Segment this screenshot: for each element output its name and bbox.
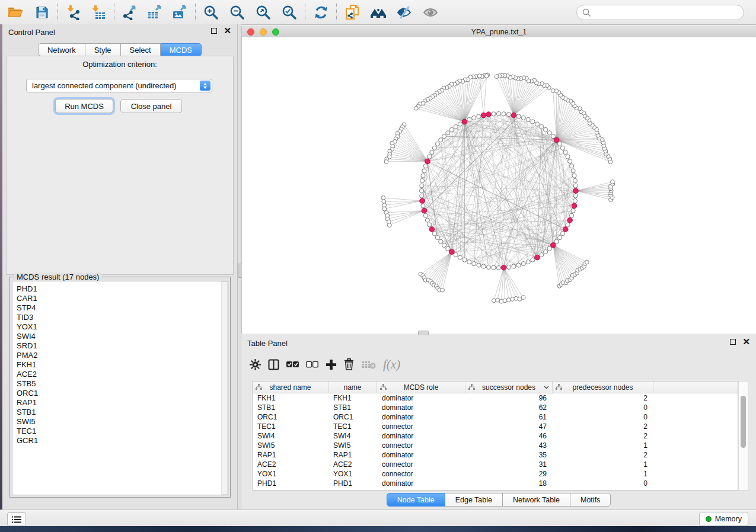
criterion-dropdown[interactable]: largest connected component (undirected) (26, 79, 212, 92)
export-image-button[interactable] (170, 3, 190, 22)
mcds-node-item[interactable]: RAP1 (12, 398, 228, 408)
export-table-button[interactable] (145, 3, 165, 22)
window-close-button[interactable] (247, 28, 254, 36)
import-network-button[interactable] (63, 3, 84, 22)
search-box[interactable] (576, 5, 744, 20)
table-row[interactable]: ORC1ORC1dominator610 (253, 412, 738, 422)
column-header-shared-name[interactable]: shared name (253, 382, 328, 393)
tab-network[interactable]: Network (38, 43, 85, 56)
table-row[interactable]: RAP1RAP1dominator352 (253, 450, 738, 460)
open-session-button[interactable] (5, 3, 25, 22)
mcds-node-item[interactable]: TEC1 (12, 427, 228, 436)
table-row[interactable]: FKH1FKH1dominator962 (253, 393, 738, 403)
zoom-selected-button[interactable] (279, 3, 299, 22)
tab-mcds[interactable]: MCDS (161, 43, 202, 56)
table-row[interactable]: ACE2ACE2connector311 (253, 460, 738, 469)
function-builder-button[interactable]: f(x) (383, 355, 400, 373)
mcds-node-item[interactable]: STB1 (12, 408, 228, 417)
mcds-node-item[interactable]: ORC1 (12, 389, 228, 398)
network-canvas[interactable] (242, 37, 756, 334)
mcds-node-item[interactable]: PHD1 (12, 284, 228, 294)
mcds-node-item[interactable]: SWI5 (12, 417, 228, 427)
vertical-splitter[interactable] (237, 24, 241, 509)
toolbar-separator (305, 4, 305, 21)
cell-successor-nodes: 43 (465, 441, 553, 450)
duplicate-network-button[interactable] (342, 3, 362, 22)
table-row[interactable]: PHD1PHD1dominator180 (253, 479, 738, 488)
memory-button[interactable]: Memory (699, 512, 748, 526)
mcds-list-scrollbar[interactable] (221, 281, 228, 495)
tab-edge-table[interactable]: Edge Table (445, 493, 503, 507)
network-graph[interactable] (242, 37, 756, 334)
table-row[interactable]: TEC1TEC1connector472 (253, 422, 738, 431)
table-panel-title: Table Panel (247, 339, 288, 348)
tab-style[interactable]: Style (85, 43, 121, 56)
trash-icon (344, 358, 354, 370)
table-row[interactable]: STB1STB1dominator620 (253, 403, 738, 412)
cell-successor-nodes: 62 (465, 403, 553, 412)
table-settings-button[interactable] (250, 355, 261, 373)
add-column-button[interactable] (326, 355, 337, 373)
table-scrollbar[interactable] (738, 381, 748, 491)
close-table-panel-icon[interactable]: ✕ (742, 339, 750, 345)
float-table-panel-icon[interactable] (730, 339, 736, 345)
list-icon (12, 516, 21, 523)
clear-table-button[interactable] (361, 355, 376, 373)
refresh-layout-button[interactable] (311, 3, 331, 22)
table-row[interactable]: YOX1YOX1connector291 (253, 469, 738, 479)
zoom-fit-button[interactable] (253, 3, 273, 22)
mcds-node-item[interactable]: FKH1 (12, 360, 228, 370)
deselect-all-button[interactable] (306, 355, 318, 373)
window-minimize-button[interactable] (260, 28, 267, 36)
network-title: YPA_prune.txt_1 (471, 28, 527, 36)
delete-column-button[interactable] (344, 355, 354, 373)
float-panel-icon[interactable] (211, 28, 217, 34)
first-neighbors-button[interactable] (368, 3, 388, 22)
mcds-node-item[interactable]: SWI4 (12, 332, 228, 341)
mcds-node-item[interactable]: PMA2 (12, 351, 228, 360)
mcds-node-item[interactable]: SRD1 (12, 341, 228, 351)
mcds-node-item[interactable]: YOX1 (12, 322, 228, 332)
table-row[interactable]: SWI5SWI5connector431 (253, 441, 738, 450)
table-row[interactable]: SWI4SWI4dominator462 (253, 431, 738, 441)
close-panel-button[interactable]: Close panel (120, 99, 182, 113)
tab-motifs[interactable]: Motifs (570, 493, 611, 507)
table-scrollbar-thumb[interactable] (741, 396, 746, 448)
show-all-button[interactable] (420, 3, 441, 22)
mcds-node-item[interactable]: CAR1 (12, 294, 228, 303)
mcds-result-list[interactable]: PHD1CAR1STP4TID3YOX1SWI4SRD1PMA2FKH1ACE2… (12, 281, 228, 495)
zoom-out-button[interactable] (227, 3, 247, 22)
save-session-button[interactable] (32, 3, 52, 22)
select-all-button[interactable] (286, 355, 299, 373)
task-history-button[interactable] (7, 512, 26, 526)
attribute-icon (468, 384, 475, 390)
mcds-node-item[interactable]: STP4 (12, 303, 228, 313)
hide-selected-button[interactable] (394, 3, 414, 22)
import-table-button[interactable] (88, 3, 109, 22)
cell-name: STB1 (328, 403, 377, 412)
criterion-value: largest connected component (undirected) (32, 81, 177, 90)
export-network-button[interactable] (120, 3, 140, 22)
cell-successor-nodes: 96 (465, 394, 553, 402)
close-panel-icon[interactable]: ✕ (224, 28, 231, 34)
node-table: shared namenameMCDS rolesuccessor nodesp… (252, 381, 738, 491)
mcds-node-item[interactable]: STB5 (12, 379, 228, 389)
column-header-MCDS-role[interactable]: MCDS role (377, 382, 465, 393)
search-input[interactable] (591, 8, 744, 18)
select-all-icon (286, 361, 299, 368)
column-header-name[interactable]: name (328, 382, 377, 393)
zoom-in-button[interactable] (201, 3, 221, 22)
mcds-node-item[interactable]: GCR1 (12, 436, 228, 446)
deselect-all-icon (306, 361, 318, 368)
column-header-successor-nodes[interactable]: successor nodes (465, 382, 553, 393)
cell-shared-name: FKH1 (253, 394, 328, 402)
tab-select[interactable]: Select (121, 43, 161, 56)
tab-network-table[interactable]: Network Table (503, 493, 570, 507)
mcds-node-item[interactable]: ACE2 (12, 370, 228, 379)
mcds-node-item[interactable]: TID3 (12, 313, 228, 322)
tab-node-table[interactable]: Node Table (387, 493, 445, 507)
toggle-panel-button[interactable] (268, 355, 279, 373)
window-zoom-button[interactable] (272, 28, 279, 36)
column-header-predecessor-nodes[interactable]: predecessor nodes (553, 382, 653, 393)
run-mcds-button[interactable]: Run MCDS (55, 99, 113, 113)
